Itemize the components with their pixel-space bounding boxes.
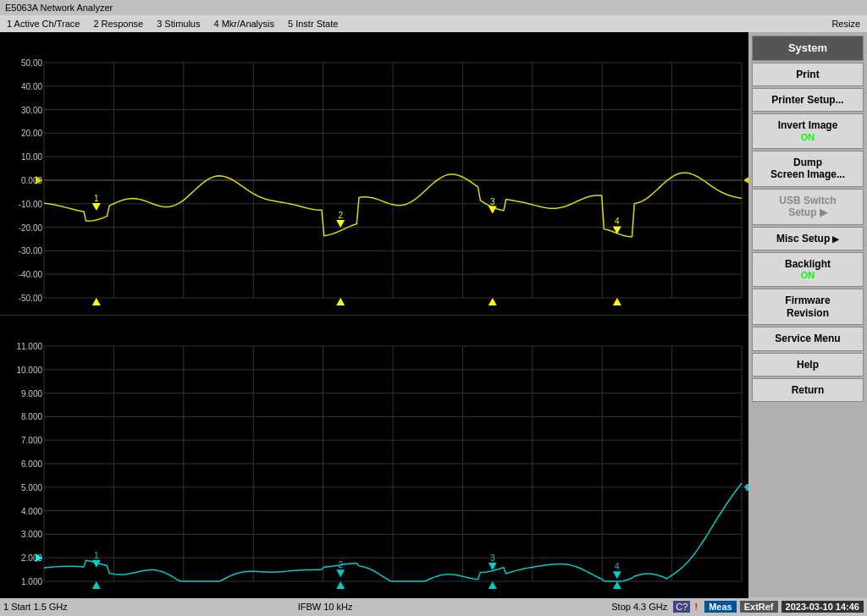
dump-screen-button[interactable]: DumpScreen Image...	[752, 151, 864, 187]
printer-setup-button[interactable]: Printer Setup...	[752, 88, 864, 112]
extref-badge: ExtRef	[740, 601, 778, 613]
menu-item-mkr[interactable]: 4 Mkr/Analysis	[213, 19, 274, 29]
menu-item-ch-trace[interactable]: 1 Active Ch/Trace	[7, 19, 80, 29]
meas-badge: Meas	[704, 601, 737, 613]
datetime-badge: 2023-03-10 14:46	[781, 601, 864, 613]
invert-image-button[interactable]: Invert Image ON	[752, 113, 864, 149]
status-right: Meas ExtRef 2023-03-10 14:46	[704, 601, 864, 613]
help-button[interactable]: Help	[752, 353, 864, 377]
stop-freq: Stop 4.3 GHz C? !	[528, 602, 698, 612]
sidebar: System Print Printer Setup... Invert Ima…	[748, 32, 867, 597]
system-button[interactable]: System	[752, 36, 864, 61]
chart-area: Tr1 S11 Log Mag 10.00 dB/ Ref 0.000 dB […	[0, 32, 748, 597]
return-button[interactable]: Return	[752, 378, 864, 402]
firmware-revision-button[interactable]: FirmwareRevision	[752, 289, 864, 325]
service-menu-button[interactable]: Service Menu	[752, 327, 864, 350]
misc-setup-button[interactable]: Misc Setup	[752, 227, 864, 250]
c-badge: C?	[673, 601, 690, 613]
ifbw: IFBW 10 kHz	[122, 602, 528, 612]
menu-item-stimulus[interactable]: 3 Stimulus	[157, 19, 200, 29]
menu-bar: 1 Active Ch/Trace 2 Response 3 Stimulus …	[0, 15, 867, 32]
app-title: E5063A Network Analyzer	[5, 3, 113, 13]
status-bar: 1 Start 1.5 GHz IFBW 10 kHz Stop 4.3 GHz…	[0, 597, 867, 616]
print-button[interactable]: Print	[752, 63, 864, 86]
trace1-panel: Tr1 S11 Log Mag 10.00 dB/ Ref 0.000 dB […	[0, 32, 748, 316]
trace2-panel: ▶ Tr2 S11 SWR 1.000 / Ref 1.000 [F2] 1 1…	[0, 316, 748, 598]
usb-switch-button[interactable]: USB SwitchSetup ▶	[752, 189, 864, 225]
menu-item-instr-state[interactable]: 5 Instr State	[288, 19, 338, 29]
trace1-canvas	[0, 32, 748, 315]
menu-item-response[interactable]: 2 Response	[93, 19, 143, 29]
main-area: Tr1 S11 Log Mag 10.00 dB/ Ref 0.000 dB […	[0, 32, 867, 597]
trace2-canvas	[0, 316, 748, 598]
title-bar: E5063A Network Analyzer	[0, 0, 867, 15]
backlight-button[interactable]: Backlight ON	[752, 252, 864, 288]
start-freq: 1 Start 1.5 GHz	[3, 602, 122, 612]
resize-button[interactable]: Resize	[831, 19, 860, 29]
warning-indicator: !	[694, 602, 698, 612]
